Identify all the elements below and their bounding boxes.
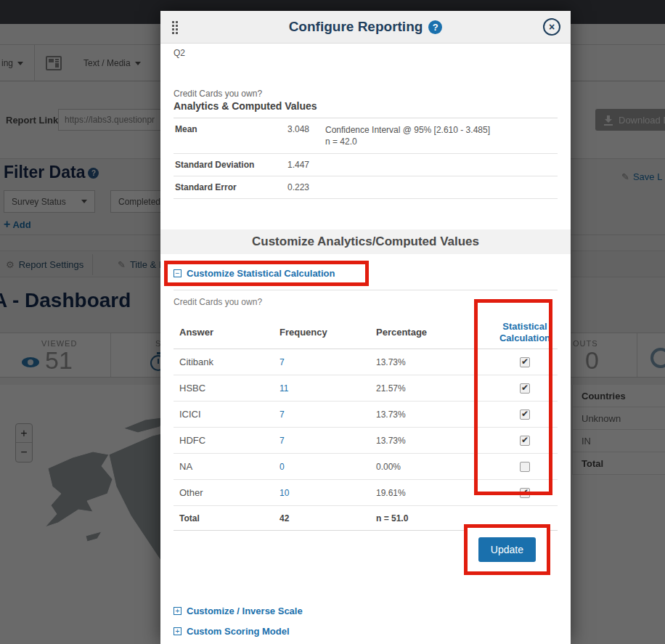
stat-note: Confidence Interval @ 95% [2.610 - 3.485…	[325, 124, 558, 147]
tab-title-layout[interactable]: ✎ Title & L	[118, 251, 164, 278]
answer-cell: NA	[179, 461, 280, 472]
countries-total-row: Total	[573, 452, 665, 475]
map-zoom-in-button[interactable]: +	[16, 424, 32, 443]
question-text: Credit Cards you own?	[174, 89, 558, 99]
table-row: IN	[573, 430, 665, 452]
annotation-redbox-statcalc-link: − Customize Statistical Calculation	[164, 261, 369, 286]
help-icon[interactable]: ?	[88, 168, 99, 179]
eye-icon	[22, 357, 39, 367]
analytics-row-stddev: Standard Deviation 1.447	[174, 154, 558, 176]
add-filter-button[interactable]: + Add	[4, 218, 31, 231]
stat-value: 3.048	[287, 124, 325, 147]
analytics-heading: Analytics & Computed Values	[174, 100, 558, 112]
dropouts-value: 0	[585, 346, 599, 375]
custom-scoring-model-link[interactable]: + Custom Scoring Model	[174, 626, 558, 637]
report-link-label: Report Link	[6, 115, 58, 126]
download-label: Download Da	[619, 115, 665, 126]
expand-icon: +	[174, 607, 181, 615]
countries-table: Countries Unknown IN Total	[572, 385, 665, 475]
frequency-link[interactable]: 10	[280, 488, 376, 498]
newspaper-icon	[46, 56, 62, 70]
stat-value: 0.223	[287, 182, 325, 192]
frequency-link[interactable]: 11	[280, 383, 376, 394]
text-media-label: Text / Media	[83, 58, 131, 68]
update-button[interactable]: Update	[478, 537, 536, 562]
expandable-sections: + Customize / Inverse Scale + Custom Sco…	[174, 606, 558, 644]
answer-cell: Other	[179, 487, 280, 498]
col-answer: Answer	[179, 327, 280, 338]
frequency-link[interactable]: 7	[280, 409, 376, 420]
completed-value: Completed	[118, 197, 160, 207]
stat-separator	[110, 333, 111, 377]
divider	[174, 290, 558, 290]
screen: ing Text / Media Report Link https://lab…	[0, 0, 665, 644]
frequency-link[interactable]: 7	[280, 436, 376, 446]
col-frequency: Frequency	[280, 327, 376, 338]
answer-cell: HDFC	[179, 435, 280, 446]
stat-label: Standard Deviation	[175, 160, 287, 170]
frequency-link[interactable]: 0	[280, 462, 376, 472]
caret-down-icon	[81, 200, 87, 203]
total-frequency: 42	[280, 513, 376, 523]
analytics-row-stderr: Standard Error 0.223	[174, 176, 558, 199]
answer-cell: ICICI	[179, 409, 280, 420]
answer-cell: HSBC	[179, 383, 280, 394]
text-media-icon-wrap	[46, 45, 62, 81]
download-icon	[604, 115, 613, 124]
customize-section-heading: Customize Analytics/Computed Values	[160, 229, 571, 254]
survey-status-value: Survey Status	[12, 197, 66, 207]
toolbar-item-text-media[interactable]: Text / Media	[83, 45, 141, 81]
stat-separator	[637, 333, 637, 377]
survey-status-dropdown[interactable]: Survey Status	[4, 190, 95, 213]
analytics-row-mean: Mean 3.048 Confidence Interval @ 95% [2.…	[174, 118, 558, 154]
configure-reporting-modal: Configure Reporting ? × Q2 Credit Cards …	[160, 11, 571, 644]
total-label: Total	[179, 513, 280, 523]
close-icon[interactable]: ×	[543, 18, 560, 36]
map-zoom-controls: + −	[15, 423, 33, 462]
ring-chart-icon	[650, 348, 665, 368]
tab-report-settings[interactable]: ⚙ Report Settings	[6, 251, 83, 278]
gears-icon: ⚙	[6, 259, 15, 270]
modal-title: Configure Reporting	[289, 19, 423, 35]
update-row: Update	[174, 524, 558, 575]
save-label: Save L	[633, 171, 662, 182]
save-layout-link[interactable]: ✎ Save L	[621, 171, 662, 182]
annotation-redbox-statcalc-column	[474, 299, 552, 495]
toolbar-item-clipped[interactable]: ing	[1, 45, 23, 81]
viewed-value: 51	[45, 346, 73, 375]
answer-cell: Citibank	[179, 356, 280, 367]
pencil-icon: ✎	[621, 171, 629, 182]
stat-label: Standard Error	[175, 182, 287, 192]
tab-separator	[92, 254, 93, 275]
customize-statistical-calculation-link[interactable]: − Customize Statistical Calculation	[174, 268, 335, 279]
expand-icon: +	[174, 627, 181, 635]
countries-header: Countries	[573, 385, 665, 407]
caret-down-icon	[135, 62, 141, 65]
stat-value: 1.447	[287, 160, 325, 170]
help-icon[interactable]: ?	[428, 20, 442, 34]
collapse-icon: −	[174, 269, 181, 277]
total-n: n = 51.0	[376, 513, 492, 523]
modal-header: Configure Reporting ? ×	[160, 11, 571, 44]
question-code: Q2	[174, 44, 558, 58]
plus-icon: +	[4, 218, 10, 230]
frequency-link[interactable]: 7	[280, 357, 376, 367]
map-zoom-out-button[interactable]: −	[16, 443, 32, 462]
toolbar-item-label: ing	[1, 58, 13, 68]
dashboard-title: A - Dashboard	[0, 289, 131, 312]
table-row: Unknown	[573, 407, 665, 430]
download-data-button[interactable]: Download Da	[595, 109, 665, 131]
pencil-icon: ✎	[118, 259, 126, 270]
caret-down-icon	[17, 62, 23, 65]
drag-handle-icon[interactable]	[171, 20, 179, 34]
toolbar-separator	[34, 45, 35, 81]
filter-data-title: Filter Data?	[4, 163, 99, 182]
annotation-redbox-update: Update	[464, 524, 550, 575]
customize-inverse-scale-link[interactable]: + Customize / Inverse Scale	[174, 606, 558, 616]
stat-label: Mean	[175, 124, 287, 147]
